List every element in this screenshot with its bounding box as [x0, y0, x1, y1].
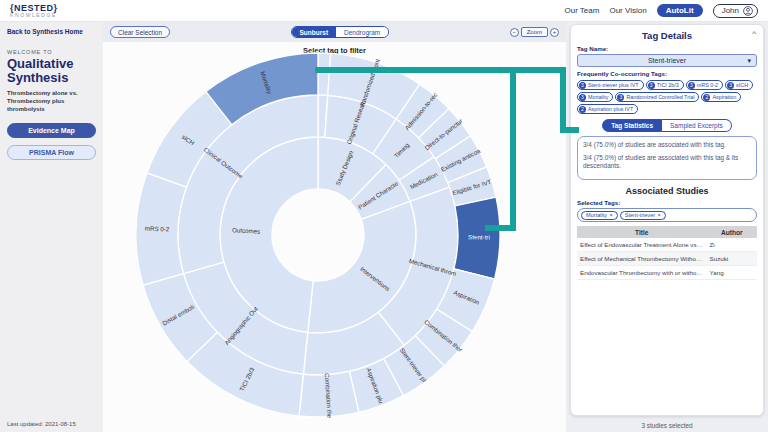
welcome-label: WELCOME TO [7, 49, 96, 55]
chevron-down-icon: ▾ [747, 57, 751, 65]
cooccurring-tag-chip[interactable]: 3TICI 2b/3 [646, 80, 684, 90]
selected-tag-chip[interactable]: Stent-triever× [620, 211, 666, 220]
user-avatar-icon [743, 6, 753, 16]
last-updated-label: Last updated: 2021-08-15 [7, 421, 76, 427]
selected-tag-chip[interactable]: Mortality× [581, 211, 618, 220]
zoom-in-button[interactable]: + [550, 28, 559, 37]
tag-count-badge: 3 [727, 82, 734, 89]
cooccurring-tag-chip[interactable]: 2Aspiration plus IVT [577, 104, 638, 114]
cooccurring-tag-chip[interactable]: 3Randomized Controlled Trial [615, 92, 699, 102]
tag-statistics-box: 3/4 (75.0%) of studies are associated wi… [577, 136, 757, 180]
tag-count-badge: 3 [617, 94, 624, 101]
collapse-chevron-icon[interactable]: ^ [752, 29, 756, 38]
panel-title: Tag Details [642, 30, 692, 41]
view-toggle: Sunburst Dendrogram [291, 26, 390, 38]
study-title[interactable]: Effect of Endovascular Treatment Alone v… [577, 238, 707, 252]
remove-tag-icon[interactable]: × [657, 212, 661, 218]
study-author[interactable]: Suzuki [707, 252, 757, 266]
tag-count-badge: 2 [703, 94, 710, 101]
tab-dendrogram[interactable]: Dendrogram [336, 27, 388, 37]
selected-tags-label: Selected Tags: [577, 199, 757, 206]
panel-header: Tag Details ^ [577, 29, 757, 42]
zoom-out-button[interactable]: − [510, 28, 519, 37]
nested-knowledge-logo[interactable]: {NESTED} KNOWLEDGE [10, 4, 58, 18]
tag-chip-label: Aspiration plus IVT [588, 106, 633, 112]
sunburst-segment-combination-the[interactable] [299, 371, 359, 417]
tag-name-value: Stent-triever [648, 57, 686, 64]
tag-details-panel: Tag Details ^ Tag Name: Stent-triever ▾ … [570, 24, 764, 416]
tag-count-badge: 3 [579, 82, 586, 89]
study-author[interactable]: Zi [707, 238, 757, 252]
chart-toolbar: Clear Selection Sunburst Dendrogram − Zo… [103, 22, 566, 42]
selected-tags-input[interactable]: Mortality×Stent-triever× [577, 208, 757, 222]
tag-chip-label: Stent-triever plus IVT [588, 82, 639, 88]
study-author[interactable]: Yang [707, 266, 757, 280]
cooccurring-tag-chip[interactable]: 3Mortality [577, 92, 613, 102]
user-name: John [722, 6, 739, 15]
cooccurring-tag-chip[interactable]: 2Aspiration [701, 92, 741, 102]
tab-tag-statistics[interactable]: Tag Statistics [602, 119, 662, 132]
page-title: Qualitative Synthesis [7, 57, 96, 84]
logo-line2: KNOWLEDGE [10, 13, 58, 18]
tag-name-select[interactable]: Stent-triever ▾ [577, 54, 757, 67]
tag-count-badge: 3 [648, 82, 655, 89]
tag-chip-label: TICI 2b/3 [657, 82, 679, 88]
tag-count-badge: 2 [579, 106, 586, 113]
study-row[interactable]: Endovascular Thrombectomy with or withou… [577, 266, 757, 280]
tag-name-label: Tag Name: [577, 45, 757, 52]
cooccurring-label: Frequently Co-occurring Tags: [577, 70, 757, 77]
stat-line: 3/4 (75.0%) of studies are associated wi… [583, 141, 751, 150]
stats-tabs: Tag Statistics Sampled Excerpts [577, 119, 757, 132]
right-column: Tag Details ^ Tag Name: Stent-triever ▾ … [566, 22, 768, 432]
column-title: Title [577, 226, 707, 238]
tab-sunburst[interactable]: Sunburst [292, 27, 337, 37]
tag-count-badge: 3 [688, 82, 695, 89]
top-bar: {NESTED} KNOWLEDGE Our Team Our Vision A… [0, 0, 768, 22]
user-menu[interactable]: John [713, 4, 758, 18]
nav-our-team[interactable]: Our Team [564, 6, 599, 15]
zoom-label: Zoom [521, 27, 548, 37]
tab-sampled-excerpts[interactable]: Sampled Excerpts [662, 119, 732, 132]
tag-chip-label: Randomized Controlled Trial [626, 94, 694, 100]
studies-selected-count: 3 studies selected [566, 422, 768, 429]
tag-count-badge: 3 [579, 94, 586, 101]
cooccurring-tag-chip[interactable]: 3Stent-triever plus IVT [577, 80, 644, 90]
tag-chip-label: sICH [736, 82, 748, 88]
prisma-flow-button[interactable]: PRISMA Flow [7, 145, 96, 160]
associated-studies-title: Associated Studies [577, 186, 757, 196]
cooccurring-tag-chip[interactable]: 3sICH [725, 80, 753, 90]
clear-selection-button[interactable]: Clear Selection [110, 26, 170, 38]
studies-table: Title Author Effect of Endovascular Trea… [577, 226, 757, 280]
zoom-controls: − Zoom + [510, 27, 559, 37]
evidence-map-button[interactable]: Evidence Map [7, 123, 96, 138]
study-title[interactable]: Effect of Mechanical Thrombectomy Withou… [577, 252, 707, 266]
cooccurring-tag-chip[interactable]: 3mRS 0-2 [686, 80, 723, 90]
top-nav: Our Team Our Vision AutoLit John [564, 4, 758, 18]
selected-tag-label: Stent-triever [625, 212, 655, 218]
review-subtitle: Thrombectomy alone vs. Thrombectomy plus… [7, 90, 96, 113]
cooccurring-tags: 3Stent-triever plus IVT3TICI 2b/33mRS 0-… [577, 80, 757, 114]
left-sidebar: Back to Synthesis Home WELCOME TO Qualit… [0, 22, 103, 432]
tag-chip-label: Aspiration [712, 94, 736, 100]
tag-chip-label: Mortality [588, 94, 608, 100]
column-author: Author [707, 226, 757, 238]
study-row[interactable]: Effect of Endovascular Treatment Alone v… [577, 238, 757, 252]
stat-line: 3/4 (75.0%) of studies are associated wi… [583, 154, 751, 171]
autolit-button[interactable]: AutoLit [657, 4, 703, 17]
sunburst-segment-stent-tri[interactable] [454, 197, 500, 279]
tag-chip-label: mRS 0-2 [697, 82, 718, 88]
remove-tag-icon[interactable]: × [609, 212, 613, 218]
selected-tag-label: Mortality [586, 212, 607, 218]
back-to-synthesis-home-link[interactable]: Back to Synthesis Home [7, 28, 96, 35]
study-row[interactable]: Effect of Mechanical Thrombectomy Withou… [577, 252, 757, 266]
study-title[interactable]: Endovascular Thrombectomy with or withou… [577, 266, 707, 280]
nav-our-vision[interactable]: Our Vision [609, 6, 646, 15]
